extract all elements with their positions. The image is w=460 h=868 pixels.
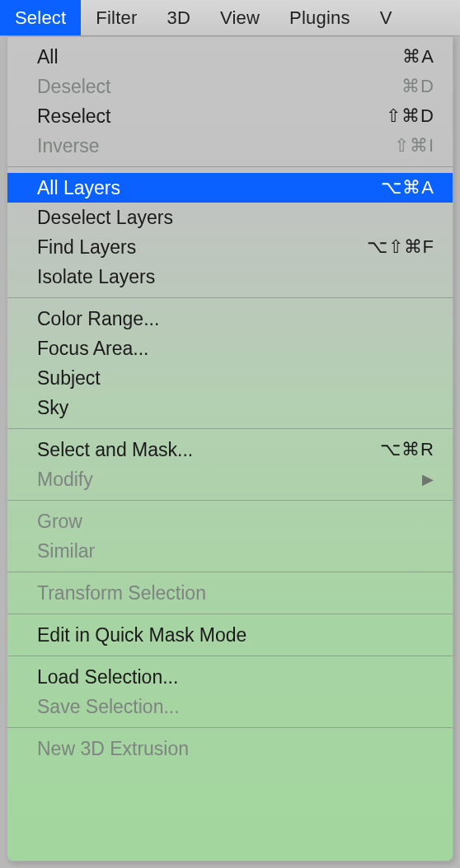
menu-item-label: Sky: [37, 397, 68, 419]
menu-item-label: Load Selection...: [37, 666, 178, 688]
menu-item-deselect-layers[interactable]: Deselect Layers: [7, 203, 453, 232]
menu-item-label: Select and Mask...: [37, 439, 193, 461]
menu-separator: [7, 166, 453, 167]
menu-item-label: Reselect: [37, 105, 110, 128]
chevron-right-icon: ▶: [422, 470, 434, 488]
menu-item-label: Find Layers: [37, 236, 136, 259]
menu-item-focus-area[interactable]: Focus Area...: [7, 334, 453, 363]
menu-item-label: Modify: [37, 469, 93, 491]
menu-item-label: New 3D Extrusion: [37, 738, 189, 760]
menu-item-load-selection[interactable]: Load Selection...: [7, 662, 453, 692]
menu-item-label: Transform Selection: [37, 582, 206, 604]
menu-separator: [7, 500, 453, 501]
menu-item-shortcut: ⌥⇧⌘F: [367, 236, 434, 258]
menubar-item-3d[interactable]: 3D: [152, 0, 205, 35]
menu-item-label: Edit in Quick Mask Mode: [37, 624, 246, 646]
menubar-item-view[interactable]: View: [205, 0, 275, 35]
menu-item-label: Save Selection...: [37, 696, 180, 718]
menu-item-all[interactable]: All⌘A: [7, 42, 453, 72]
menu-item-label: All Layers: [37, 177, 120, 199]
menu-item-isolate-layers[interactable]: Isolate Layers: [7, 262, 453, 292]
menu-item-shortcut: ⇧⌘I: [394, 135, 434, 156]
menu-item-label: Focus Area...: [37, 338, 149, 360]
menubar-item-select[interactable]: Select: [0, 0, 81, 35]
dropdown-content: All⌘ADeselect⌘DReselect⇧⌘DInverse⇧⌘IAll …: [7, 37, 453, 768]
menu-item-shortcut: ⌘A: [402, 46, 434, 68]
menu-item-reselect[interactable]: Reselect⇧⌘D: [7, 101, 453, 131]
menu-item-inverse: Inverse⇧⌘I: [7, 131, 453, 161]
menu-item-label: Grow: [37, 511, 82, 533]
menu-separator: [7, 297, 453, 298]
menu-item-grow: Grow: [7, 506, 453, 536]
menu-item-label: Deselect Layers: [37, 207, 173, 229]
menu-item-label: Deselect: [37, 76, 110, 98]
menu-separator: [7, 428, 453, 429]
menu-item-modify: Modify▶: [7, 464, 453, 494]
menubar-item-filter[interactable]: Filter: [81, 0, 152, 35]
menu-separator: [7, 727, 453, 728]
menubar: SelectFilter3DViewPluginsV: [0, 0, 460, 36]
menu-item-shortcut: ⌥⌘R: [380, 439, 434, 460]
select-menu-dropdown: All⌘ADeselect⌘DReselect⇧⌘DInverse⇧⌘IAll …: [7, 36, 453, 861]
menu-item-transform-selection: Transform Selection: [7, 578, 453, 608]
menu-separator: [7, 656, 453, 656]
menu-item-all-layers[interactable]: All Layers⌥⌘A: [7, 173, 453, 203]
menu-item-shortcut: ⌘D: [401, 76, 434, 97]
menu-item-new-3d-extrusion: New 3D Extrusion: [7, 734, 453, 763]
menu-item-label: Subject: [37, 367, 101, 390]
menu-item-label: Similar: [37, 540, 95, 562]
menu-item-select-and-mask[interactable]: Select and Mask...⌥⌘R: [7, 435, 453, 464]
menubar-item-v[interactable]: V: [365, 0, 407, 35]
menu-separator: [7, 614, 453, 614]
menu-item-deselect: Deselect⌘D: [7, 72, 453, 101]
menu-item-save-selection: Save Selection...: [7, 692, 453, 721]
menubar-item-plugins[interactable]: Plugins: [275, 0, 365, 35]
menu-item-sky[interactable]: Sky: [7, 393, 453, 422]
menu-item-label: Isolate Layers: [37, 266, 155, 288]
menu-separator: [7, 572, 453, 572]
menu-item-shortcut: ⇧⌘D: [386, 105, 434, 127]
menu-item-color-range[interactable]: Color Range...: [7, 304, 453, 334]
menu-item-similar: Similar: [7, 536, 453, 566]
menu-item-find-layers[interactable]: Find Layers⌥⇧⌘F: [7, 232, 453, 262]
submenu-indicator: ▶: [422, 470, 434, 488]
menu-item-shortcut: ⌥⌘A: [381, 177, 434, 198]
menu-item-subject[interactable]: Subject: [7, 363, 453, 393]
menu-item-label: Color Range...: [37, 308, 159, 330]
menu-item-label: All: [37, 46, 59, 68]
menu-item-label: Inverse: [37, 135, 99, 157]
menu-item-edit-in-quick-mask-mode[interactable]: Edit in Quick Mask Mode: [7, 620, 453, 650]
